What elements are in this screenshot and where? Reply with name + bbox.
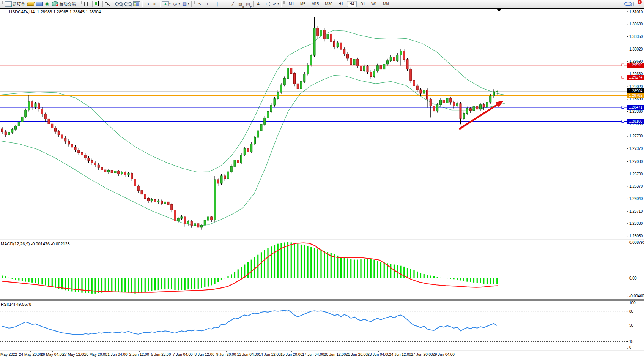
toolbar-separator (79, 1, 79, 7)
svg-text:1.31010: 1.31010 (629, 10, 643, 14)
dropdown-caret-icon[interactable]: ▾ (169, 2, 171, 5)
auto-trading-label[interactable]: 自动交易 (59, 1, 76, 7)
dropdown-caret-icon[interactable]: ▾ (188, 2, 189, 5)
macd-chart-canvas[interactable]: 0.0087910.00-0.004601 (0, 240, 644, 299)
zoom-out-icon[interactable]: − (124, 2, 132, 6)
auto-trading-icon[interactable] (52, 1, 58, 6)
rsi-label: RSI(14) 49.5678 (1, 302, 31, 306)
timeframe-D1[interactable]: D1 (357, 1, 368, 7)
time-axis-label: 1 Jun 04:00 (107, 352, 127, 357)
time-axis-tick (139, 351, 140, 352)
fibonacci-icon[interactable]: ▤F (245, 1, 251, 7)
svg-text:1.27370: 1.27370 (629, 147, 643, 151)
templates-icon[interactable]: ▦ (181, 1, 187, 7)
text-label-icon[interactable]: T (263, 2, 270, 6)
dropdown-caret-icon[interactable]: ▾ (278, 2, 279, 5)
time-axis-tick (205, 351, 205, 352)
time-axis-tick (444, 351, 444, 352)
timeframe-M15[interactable]: M15 (309, 1, 321, 7)
chat-icon[interactable]: 1 (633, 2, 640, 6)
signals-icon[interactable]: ◉ (44, 1, 50, 7)
time-axis-label: 23 Jun 04:00 (367, 352, 389, 357)
symbol-period: USDCAD-,H4 (9, 9, 35, 14)
svg-text:1.28360: 1.28360 (629, 109, 643, 114)
svg-text:1.27700: 1.27700 (629, 134, 643, 138)
line-chart-icon[interactable] (105, 2, 111, 6)
time-axis-label: 24 Jun 12:00 (389, 352, 411, 357)
rsi-chart-canvas[interactable]: 1008050150 (0, 301, 644, 350)
time-axis[interactable]: May 202224 May 20:0026 May 04:0027 May 1… (0, 351, 644, 357)
price-level-lines[interactable] (0, 64, 627, 122)
shift-end-icon[interactable]: ↦ (144, 1, 150, 7)
vertical-line-icon[interactable]: │ (215, 1, 221, 7)
macd-signal-value: -0.002123 (51, 242, 70, 246)
toolbar-grip[interactable] (2, 1, 3, 6)
svg-text:1.26700: 1.26700 (629, 172, 643, 176)
svg-text:1.25710: 1.25710 (629, 209, 643, 213)
timeframe-M5[interactable]: M5 (298, 1, 308, 7)
toolbar-separator (142, 1, 142, 7)
shapes-icon[interactable]: ⇗ (271, 1, 277, 7)
equidistant-channel-icon-letter: E (242, 5, 244, 8)
toolbar-separator (92, 1, 93, 7)
time-axis-label: 14 Jun 12:00 (259, 352, 281, 357)
add-indicator-icon[interactable]: + (162, 1, 169, 6)
notification-badge[interactable]: 1 (637, 0, 642, 5)
svg-text:1.27030: 1.27030 (629, 160, 643, 164)
svg-text:1.25380: 1.25380 (629, 221, 643, 226)
macd-label: MACD(12,26,9) -0.001476 -0.002123 (1, 242, 70, 246)
time-axis-tick (270, 351, 270, 352)
new-order-icon[interactable] (5, 1, 12, 7)
text-icon[interactable]: A (255, 1, 261, 7)
macd-histogram (2, 242, 498, 293)
price-level-badge: 1.28782 (627, 93, 644, 98)
toolbar-grip[interactable] (81, 1, 82, 6)
time-axis-label: 27 May 12:00 (63, 352, 86, 357)
price-level-badge: 1.29595 (627, 63, 644, 68)
auto-scroll-icon[interactable]: ↞ (152, 1, 158, 7)
time-axis-tick (291, 351, 292, 352)
chart-shift-marker[interactable] (497, 9, 501, 12)
time-axis-tick (183, 351, 183, 352)
dropdown-caret-icon[interactable]: ▾ (179, 2, 180, 5)
svg-text:15: 15 (629, 340, 634, 344)
cursor-icon[interactable]: ↖ (197, 1, 203, 7)
timeframe-W1[interactable]: W1 (368, 1, 379, 7)
rsi-axis[interactable]: 1008050150 (627, 301, 636, 350)
time-axis-label: 20 Jun 12:00 (324, 352, 346, 357)
market-watch-icon[interactable] (36, 2, 43, 6)
timeframe-M30[interactable]: M30 (322, 1, 335, 7)
tile-windows-icon[interactable] (133, 1, 140, 6)
time-axis-label: 30 May 20:00 (84, 352, 107, 357)
equidistant-channel-icon[interactable]: ▨E (238, 1, 244, 7)
fibonacci-icon-letter: F (250, 5, 252, 8)
zoom-in-icon[interactable]: + (115, 2, 123, 6)
bar-chart-icon[interactable] (84, 2, 90, 6)
toolbar-grip[interactable] (283, 1, 285, 6)
periods-icon[interactable]: ◷ (172, 1, 178, 7)
price-chart-canvas[interactable]: 1.310101.306801.303501.300201.296901.293… (0, 8, 644, 239)
time-axis-label: 8 Jun 12:00 (195, 352, 214, 357)
macd-axis[interactable]: 0.0087910.00-0.004601 (627, 240, 644, 299)
chart-title: USDCAD-,H4 1.28983 1.28985 1.28845 1.289… (9, 9, 101, 14)
rsi-level-lines (0, 311, 627, 342)
history-center-icon[interactable] (27, 2, 35, 6)
time-axis-tick (335, 351, 335, 352)
trendline-icon[interactable]: ╱ (230, 1, 236, 7)
rsi-value: 49.5678 (16, 302, 31, 306)
timeframe-MN[interactable]: MN (380, 1, 392, 7)
timeframe-H4[interactable]: H4 (347, 1, 357, 7)
time-axis-tick (74, 351, 74, 352)
time-axis-label: 13 Jun 04:00 (237, 352, 259, 357)
timeframe-H1[interactable]: H1 (336, 1, 346, 7)
toolbar-grip[interactable] (194, 1, 195, 6)
svg-text:1.30680: 1.30680 (629, 22, 643, 26)
time-axis-tick (30, 351, 31, 352)
search-icon[interactable] (624, 2, 632, 6)
new-order-label[interactable]: 新订单 (13, 1, 25, 7)
svg-text:1.29020: 1.29020 (629, 85, 643, 89)
horizontal-line-icon[interactable]: ─ (222, 1, 228, 7)
candlestick-chart-icon[interactable] (94, 1, 101, 6)
timeframe-M1[interactable]: M1 (286, 1, 297, 7)
crosshair-icon[interactable]: + (205, 1, 211, 7)
